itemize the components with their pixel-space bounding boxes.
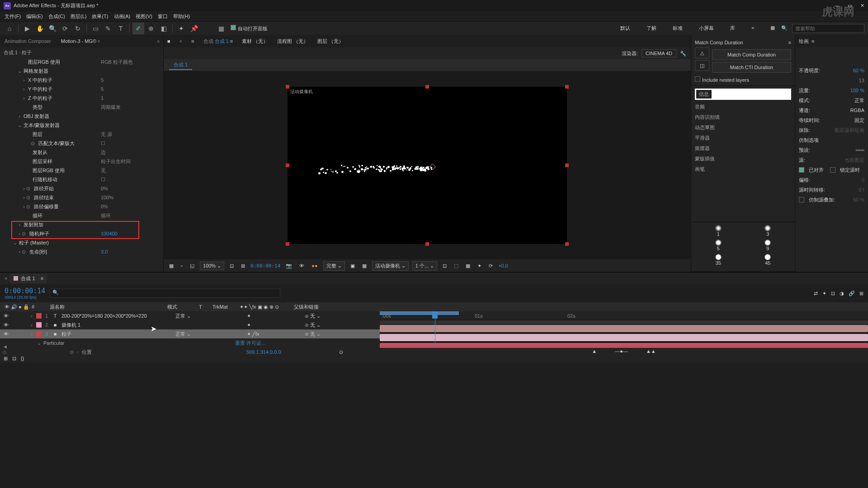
paint-menu-icon[interactable]: ≡ [811,38,814,44]
right-panel-item[interactable]: 音频 [695,103,791,110]
right-panel-item[interactable]: 内容识别填 [695,114,791,121]
roto-tool[interactable]: ✦ [175,23,187,34]
match-icon-2[interactable]: ◫ [695,60,709,71]
camera-dropdown[interactable]: 活动摄像机 ⌄ [372,261,409,271]
vf-refresh-icon[interactable]: ⟳ [487,263,495,269]
views-dropdown[interactable]: 1 个... ⌄ [412,261,437,271]
ec-property-row[interactable]: 图层采样粒子出生时间 [0,157,163,166]
opacity-value[interactable]: 60 % [853,68,864,73]
paint-title[interactable]: 绘画 [799,38,809,45]
menu-composition[interactable]: 合成(C) [47,12,67,21]
flow-value[interactable]: 100 % [850,88,864,93]
overlay-checkbox[interactable] [799,197,804,202]
pen-tool[interactable]: ✎ [102,23,114,34]
workspace-standard[interactable]: 标准 [670,23,685,33]
right-panel-item[interactable]: 画笔 [695,166,791,173]
tl-zoom-in-icon[interactable]: ▲▲ [646,348,656,354]
puppet-tool[interactable]: 📌 [188,23,200,34]
ec-property-row[interactable]: ›Z 中的粒子1 [0,94,163,103]
right-panel-item[interactable]: 蒙版插值 [695,155,791,162]
brush-tool[interactable]: ✐ [132,23,144,34]
viewer-timecode[interactable]: 0:00:00:14 [250,263,280,269]
workspace-learn[interactable]: 了解 [644,23,659,33]
tab-project[interactable]: ■ [167,38,170,44]
tl-icon-5[interactable]: 🔗 [849,291,855,296]
search-input[interactable] [792,24,864,33]
vf-grid-icon[interactable]: ▦ [167,263,175,269]
ec-property-row[interactable]: 发射从边 [0,148,163,157]
panel-menu-icon[interactable]: ≡ [788,40,791,45]
layer-bar-2[interactable] [380,334,868,341]
orbit-tool[interactable]: ⟳ [59,23,71,34]
timeline-timecode[interactable]: 0:00:00:14 [5,287,45,295]
ec-property-row[interactable]: 图层RGB 使用无 [0,166,163,175]
nested-checkbox[interactable] [695,76,700,82]
timeline-search[interactable] [50,289,280,298]
ec-property-row[interactable]: ›Y 中的粒子5 [0,84,163,94]
timeline-layer-row[interactable]: 👁›3■粒子正常 ⌄✦ ╱fx⊙ 无 ⌄ [0,329,380,338]
tl-zoom-slider[interactable]: —●— [615,348,628,354]
timeline-layer-row[interactable]: 👁›2■摄像机 1✦⊙ 无 ⌄ [0,320,380,329]
tl-close-x[interactable]: × [5,276,7,281]
menu-view[interactable]: 视图(V) [134,12,154,21]
roi-icon[interactable]: ▣ [349,263,357,269]
tl-zoom-out-icon[interactable]: ▲ [592,348,597,354]
rotate-tool[interactable]: ↻ [72,23,84,34]
toggle-switches-icon[interactable]: ⊞ [4,356,8,361]
type-tool[interactable]: T [115,23,127,34]
timeline-effect-row[interactable]: ⌄Particular重置 许可证... [0,338,380,347]
clone-tool[interactable]: ⊕ [145,23,157,34]
exposure-value[interactable]: +0.0 [498,263,508,268]
lock-checkbox[interactable] [830,167,835,173]
zoom-dropdown[interactable]: 100% ⌄ [200,262,224,270]
renderer-settings-icon[interactable]: 🔧 [680,51,686,56]
eraser-tool[interactable]: ◧ [158,23,170,34]
shape-tool[interactable]: ▭ [90,23,101,34]
tab-animation-composer[interactable]: Animation Composer [4,37,52,46]
vf-mb-icon[interactable]: ✦ [476,263,483,269]
menu-animation[interactable]: 动画(A) [112,12,132,21]
ec-property-row[interactable]: 行随机移动☐ [0,175,163,184]
ec-property-row[interactable]: 类型周期爆发 [0,103,163,112]
minimize-button[interactable]: — [835,3,840,9]
workspace-grid-icon[interactable]: ▦ [768,23,778,33]
layer-bar-1[interactable] [380,325,868,332]
timeline-layer-list[interactable]: 👁›1T200-200*20%=180 200+200*20%=220正常 ⌄✦… [0,311,380,354]
ec-property-row[interactable]: ›⊙路径开始0% [0,184,163,193]
show-snapshot-icon[interactable]: 👁 [297,263,306,268]
maximize-button[interactable]: ▭ [848,3,852,9]
ec-property-row[interactable]: 循环循环 [0,211,163,220]
ec-property-row[interactable]: ›⊙路径结束100% [0,193,163,202]
vf-mask-icon[interactable]: ⊡ [228,263,236,269]
workspace-more-icon[interactable]: » [749,23,757,33]
menu-edit[interactable]: 编辑(E) [24,12,45,21]
tab-footage[interactable]: 素材 （无） [242,38,268,45]
timeline-tab[interactable]: 合成 1≡ [10,274,47,283]
vf-3d-icon[interactable]: ⬚ [452,263,460,269]
tl-icon-2[interactable]: ✦ [822,291,826,296]
ec-property-row[interactable]: ⌄网格发射器 [0,66,163,75]
ec-property-row[interactable]: 图层RGB 使用RGB 粒子颜色 [0,57,163,66]
panel-icon[interactable]: ▦ [215,23,227,34]
snapshot-icon[interactable]: 📷 [284,263,294,269]
renderer-dropdown[interactable]: CINEMA 4D [642,49,676,57]
timeline-track-area[interactable]: :00s 01s 02s ▲ —●— ▲▲ [380,311,868,354]
workspace-small[interactable]: 小屏幕 [696,23,717,33]
menu-window[interactable]: 窗口 [156,12,170,21]
workspace-library[interactable]: 库 [727,23,738,33]
match-comp-title[interactable]: Match Comp Duration [695,40,743,45]
ec-property-row[interactable]: ›OBJ 发射器 [0,112,163,121]
ec-property-row[interactable]: ›⊙生命[秒]3.0 [0,247,163,256]
tl-icon-3[interactable]: ⊡ [831,291,835,296]
close-button[interactable]: ✕ [860,3,864,9]
channel-dropdown[interactable]: RGBA [850,108,864,113]
match-icon-1[interactable]: △ [695,47,709,58]
effect-controls-body[interactable]: 图层RGB 使用RGB 粒子颜色⌄网格发射器›X 中的粒子5›Y 中的粒子5›Z… [0,57,163,272]
ec-property-row[interactable]: ›X 中的粒子5 [0,75,163,84]
hand-tool[interactable]: ✋ [34,23,46,34]
color-mgmt-icon[interactable]: ●● [310,263,319,268]
right-panel-item[interactable]: 动态草图 [695,124,791,131]
auto-open-checkbox[interactable] [231,25,236,30]
right-panel-item[interactable]: 信息 [695,89,791,100]
resolution-dropdown[interactable]: 完整 ⌄ [323,261,345,271]
